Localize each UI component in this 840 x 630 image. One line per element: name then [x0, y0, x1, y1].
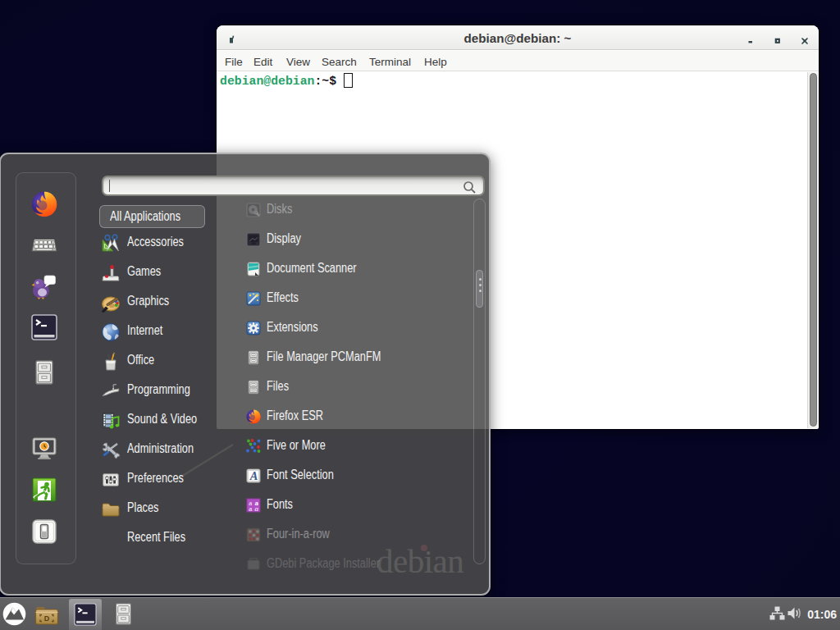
svg-text:a: a [254, 504, 258, 513]
svg-text:D: D [44, 614, 50, 623]
svg-text:A: A [249, 469, 258, 482]
svg-text:a: a [249, 504, 252, 513]
